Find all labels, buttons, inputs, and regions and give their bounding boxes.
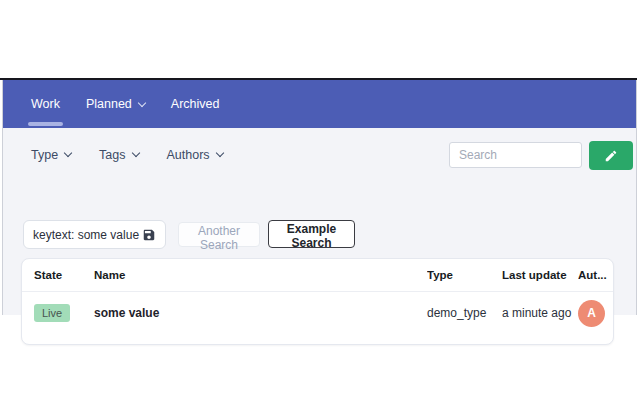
keytext-search-value: keytext: some value xyxy=(33,228,139,242)
column-header-type: Type xyxy=(427,269,502,281)
chevron-down-icon xyxy=(64,149,72,157)
table-row[interactable]: Live some value demo_type a minute ago A xyxy=(22,292,613,334)
tab-archived-label: Archived xyxy=(171,97,220,111)
example-search-button[interactable]: Example Search xyxy=(268,220,355,248)
column-header-name: Name xyxy=(94,269,427,281)
content-area: Type Tags Authors keytext: some valu xyxy=(3,128,636,315)
tab-planned[interactable]: Planned xyxy=(86,80,145,128)
cell-type: demo_type xyxy=(427,306,502,320)
keytext-search-chip[interactable]: keytext: some value xyxy=(23,220,166,249)
chevron-down-icon xyxy=(138,98,146,106)
column-header-last-update: Last update xyxy=(502,269,578,281)
cell-author: A xyxy=(578,300,613,327)
table-header-row: State Name Type Last update Aut... xyxy=(22,259,613,292)
edit-button[interactable] xyxy=(589,141,633,170)
cell-last-update: a minute ago xyxy=(502,306,578,320)
results-table: State Name Type Last update Aut... Live … xyxy=(21,258,614,345)
filter-authors[interactable]: Authors xyxy=(167,148,223,162)
tab-work[interactable]: Work xyxy=(31,80,60,128)
nav-bar: Work Planned Archived xyxy=(3,80,636,128)
tab-work-label: Work xyxy=(31,97,60,111)
filter-type[interactable]: Type xyxy=(31,148,71,162)
chevron-down-icon xyxy=(215,149,223,157)
tab-planned-label: Planned xyxy=(86,97,132,111)
filter-tags[interactable]: Tags xyxy=(99,148,138,162)
avatar[interactable]: A xyxy=(578,300,605,327)
filter-tags-label: Tags xyxy=(99,148,125,162)
filter-row: Type Tags Authors xyxy=(31,142,223,168)
search-input[interactable] xyxy=(449,142,582,168)
column-header-state: State xyxy=(34,269,94,281)
another-search-button[interactable]: Another Search xyxy=(178,222,260,247)
status-badge: Live xyxy=(34,304,70,322)
app-window: Work Planned Archived Type Tags Authors xyxy=(2,80,637,315)
chevron-down-icon xyxy=(131,149,139,157)
cell-state: Live xyxy=(34,304,94,322)
cell-name[interactable]: some value xyxy=(94,306,427,320)
filter-authors-label: Authors xyxy=(167,148,210,162)
pencil-icon xyxy=(604,149,618,163)
filter-type-label: Type xyxy=(31,148,58,162)
save-icon[interactable] xyxy=(142,228,156,242)
column-header-authors: Aut... xyxy=(578,269,613,281)
tab-archived[interactable]: Archived xyxy=(171,80,220,128)
